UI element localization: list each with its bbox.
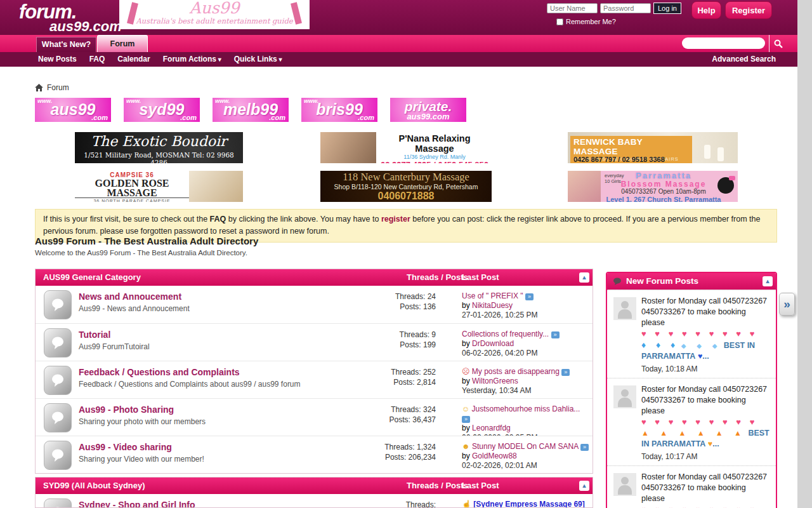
- goto-last-post-icon[interactable]: [580, 444, 589, 451]
- forum-link[interactable]: Tutorial: [79, 330, 150, 340]
- ad-address: 36 NORTH PARADE CAMPSIE: [75, 199, 189, 202]
- last-post-author[interactable]: WiltonGreens: [472, 377, 518, 385]
- forum-stats: Threads: 252Posts: 2,814: [353, 367, 436, 387]
- collapse-icon[interactable]: [579, 481, 589, 491]
- nav-calendar[interactable]: Calendar: [117, 52, 150, 67]
- category-aus99-general: AUS99 General Category Threads / Posts L…: [35, 269, 593, 474]
- home-icon[interactable]: [35, 84, 43, 91]
- banner-private-aus99[interactable]: private. aus99.com: [390, 98, 466, 122]
- ad-address: 1/521 Military Road, MOSMAN Tel: 02 9968…: [75, 151, 243, 163]
- remember-me-checkbox[interactable]: [556, 18, 563, 25]
- goto-last-post-icon[interactable]: [551, 331, 560, 338]
- forum-link[interactable]: Sydney - Shop and Girl Info: [79, 500, 318, 508]
- ad-address: Shop B/118-120 New Canterbury Rd, Peters…: [320, 183, 492, 190]
- breadcrumb-label[interactable]: Forum: [47, 83, 69, 92]
- password-field[interactable]: [600, 3, 651, 13]
- category-syd99: SYD99 (All About Sydney) Threads / Posts…: [35, 477, 593, 508]
- forum-icon: [44, 441, 72, 470]
- last-post-link[interactable]: [Sydney Empress Massage 69]: [473, 500, 584, 508]
- category-title[interactable]: AUS99 General Category: [36, 272, 141, 282]
- nav-quick-links[interactable]: Quick Links: [234, 52, 282, 67]
- last-post-link[interactable]: My posts are disappearng: [472, 367, 560, 376]
- register-link[interactable]: register: [381, 215, 410, 224]
- ad-address: Level 1, 267 Church St, Parramatta: [603, 196, 724, 202]
- ad-photo: [320, 132, 376, 163]
- last-post-link[interactable]: Justsomehourhoe miss Dahlia...: [472, 404, 580, 413]
- forum-desc: Aus99 - News and Annoucement: [79, 304, 190, 313]
- ad-golden-rose-massage[interactable]: CAMPSIE 36 GOLDEN ROSE MASSAGE 36 NORTH …: [75, 171, 243, 202]
- forum-icon: [44, 328, 72, 358]
- nav-forum-actions[interactable]: Forum Actions: [163, 52, 221, 67]
- ad-photo: [568, 171, 601, 202]
- page-subtitle: Welcome to the Aus99 Forum - The Best Au…: [35, 249, 247, 257]
- collapse-icon[interactable]: [763, 276, 773, 286]
- tab-forum[interactable]: Forum: [97, 35, 148, 52]
- ad-name2: Blossom Massage: [603, 180, 724, 188]
- sidebar-expand-arrow[interactable]: [779, 293, 795, 316]
- forum-link[interactable]: Feedback / Questions and Complaints: [79, 367, 301, 377]
- login-button[interactable]: Log in: [653, 3, 681, 14]
- last-post-link[interactable]: Use of " PREFIX ": [462, 291, 523, 300]
- sidebar-post[interactable]: Roster for Monday call 0450723267 045073…: [607, 465, 776, 508]
- banner-syd99[interactable]: www. syd99 .com: [124, 98, 200, 122]
- search-input[interactable]: [682, 37, 765, 49]
- forum-desc: Sharing your photo with our members: [79, 417, 206, 426]
- last-post-date: 27-01-2026, 10:25 PM: [462, 311, 589, 320]
- forum-link[interactable]: Aus99 - Photo Sharing: [79, 404, 206, 415]
- hearts-emoji-row: ♥ ♥ ♥ ♥ ♥ ♥ ♥ ♥ ♥: [641, 417, 771, 428]
- ad-blossom-massage[interactable]: everyday10 Girls Parramatta Blossom Mass…: [568, 171, 738, 202]
- banner-aus99[interactable]: www. aus99 .com: [35, 98, 111, 122]
- help-button[interactable]: Help: [691, 1, 721, 19]
- post-text: Roster for Monday call 0450723267 045073…: [641, 297, 767, 327]
- last-post-link[interactable]: Stunny MODEL On CAM SANA: [472, 442, 579, 451]
- site-logo-domain[interactable]: aus99.com: [49, 18, 122, 35]
- ad-pnana-massage[interactable]: P'Nana Relaxing Massage 11/36 Sydney Rd.…: [320, 132, 492, 163]
- col-last-post: Last Post: [462, 478, 499, 494]
- ad-renwick-baby-massage[interactable]: RENWICK BABY MASSAGE RENWICK ST LEICHHAR…: [568, 132, 738, 163]
- sidebar-header: New Forum Posts: [607, 273, 776, 290]
- avatar: [613, 473, 636, 496]
- banner-bris99[interactable]: www. bris99 .com: [301, 98, 377, 122]
- register-button[interactable]: Register: [725, 1, 772, 19]
- ad-photo: [189, 171, 243, 202]
- last-post-author[interactable]: Leonardfdg: [472, 424, 511, 432]
- nav-new-posts[interactable]: New Posts: [38, 52, 77, 67]
- ad-exotic-boudoir[interactable]: The Exotic Boudoir 1/521 Military Road, …: [75, 132, 243, 163]
- tab-whats-new[interactable]: What's New?: [36, 37, 96, 52]
- post-time: Today, 10:18 AM: [641, 364, 771, 373]
- username-field[interactable]: [547, 3, 598, 13]
- goto-last-post-icon[interactable]: [561, 369, 570, 376]
- header-banner-ad[interactable]: Aus99 Australia's best adult entertainme…: [119, 0, 310, 29]
- nav-faq[interactable]: FAQ: [89, 52, 105, 67]
- advanced-search-link[interactable]: Advanced Search: [712, 52, 776, 67]
- goto-last-post-icon[interactable]: [525, 293, 534, 300]
- category-title[interactable]: SYD99 (All About Sydney): [36, 481, 145, 490]
- sub-nav: New Posts FAQ Calendar Forum Actions Qui…: [0, 52, 797, 67]
- ad-phone: 0450733267 Open 10am-8pm: [603, 188, 724, 196]
- banner-com: .com: [358, 114, 374, 121]
- post-text: Roster for Monday call 0450723267 045073…: [641, 472, 767, 503]
- collapse-icon[interactable]: [579, 272, 589, 283]
- forum-icon: [44, 366, 72, 395]
- search-button[interactable]: [769, 35, 787, 52]
- ad-118-new-canterbury-massage[interactable]: 118 New Canterbury Massage Shop B/118-12…: [320, 171, 492, 202]
- post-time: Today, 10:17 AM: [641, 452, 771, 461]
- forum-desc: Sharing your Video with our member!: [79, 455, 204, 464]
- forum-stats: Threads: 324Posts: 36,437: [353, 404, 436, 425]
- last-post-link[interactable]: Collections of frequently...: [462, 330, 549, 338]
- last-post-author[interactable]: DrDownload: [472, 339, 514, 348]
- banner-com: .com: [180, 114, 197, 121]
- banner-melb99[interactable]: www. melb99 .com: [213, 98, 289, 122]
- last-post-author[interactable]: NikitaDuesy: [472, 301, 513, 310]
- forum-link[interactable]: News and Annoucement: [79, 291, 190, 302]
- goto-last-post-icon[interactable]: [462, 416, 470, 423]
- ad-name: Parramatta: [603, 171, 724, 180]
- small-diamond-emoji-row: ◆ ◆ ◆: [681, 342, 722, 349]
- forum-link[interactable]: Aus99 - Video sharing: [79, 442, 204, 452]
- sidebar-post[interactable]: Roster for Monday call 0450723267 045073…: [607, 290, 776, 378]
- sidebar-post[interactable]: Roster for Monday call 0450723267 045073…: [607, 378, 776, 465]
- ad-name: RENWICK BABY MASSAGE: [573, 137, 689, 156]
- faq-link[interactable]: FAQ: [210, 215, 226, 224]
- banner-com: aus99.com: [390, 112, 466, 121]
- last-post-author[interactable]: GoldMeow88: [472, 451, 517, 460]
